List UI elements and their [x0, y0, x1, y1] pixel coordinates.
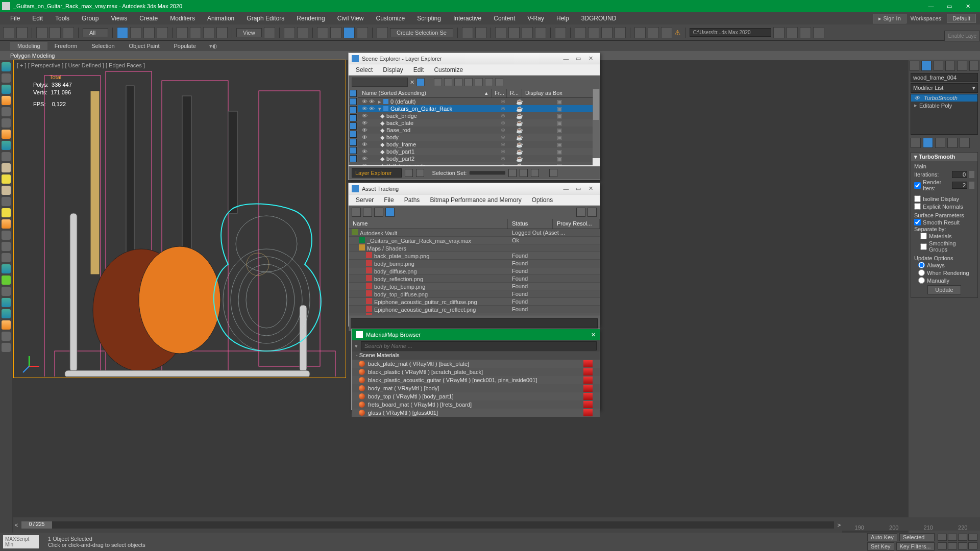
asset-row[interactable]: Autodesk VaultLogged Out (Asset ... — [349, 229, 600, 237]
mat-search-collapse-icon[interactable]: ▾ — [355, 343, 358, 349]
asset-row[interactable]: body_top_diffuse.pngFound — [349, 290, 600, 298]
update-manually-radio[interactable] — [918, 277, 925, 284]
vray-toolbar-btn-2[interactable] — [648, 27, 659, 38]
time-slider-thumb[interactable]: 0 / 225 — [21, 521, 52, 529]
asset-row[interactable]: body_diffuse.pngFound — [349, 267, 600, 275]
ribbon-tab-freeform[interactable]: Freeform — [47, 42, 85, 50]
time-slider[interactable]: < 0 / 225 > — [13, 517, 842, 533]
modifier-stack[interactable]: 👁TurboSmooth ▸Editable Poly — [911, 94, 978, 135]
ref-coord-dropdown[interactable]: View — [236, 28, 262, 37]
lt-box-icon[interactable] — [2, 73, 11, 83]
scene-filter-8[interactable] — [350, 147, 357, 154]
object-name-field[interactable]: wood_frame_004 — [911, 73, 978, 82]
placement-button[interactable] — [216, 27, 228, 38]
viewport-perspective[interactable]: [ + ] [ Perspective ] [ User Defined ] [… — [13, 60, 346, 378]
render-iters-checkbox[interactable] — [914, 182, 921, 189]
lt-window-icon[interactable] — [2, 343, 11, 352]
bind-spacewarp-button[interactable] — [63, 27, 74, 38]
scene-bottom-tb-5[interactable] — [531, 169, 539, 177]
selection-filter-dropdown[interactable]: All — [83, 28, 108, 37]
cp-utilities-tab[interactable] — [969, 61, 979, 71]
asset-tb-list[interactable] — [363, 208, 372, 217]
scene-filter-icon[interactable] — [416, 78, 425, 86]
material-row[interactable]: body_mat ( VRayMtl ) [body] — [352, 384, 600, 392]
lt-geosphere-icon[interactable] — [2, 107, 11, 116]
scene-menu-customize[interactable]: Customize — [429, 66, 468, 73]
menu-file[interactable]: File — [4, 15, 26, 22]
warning-icon[interactable]: ⚠ — [674, 29, 681, 37]
asset-header-proxy[interactable]: Proxy Resol... — [553, 219, 600, 229]
material-row[interactable]: back_plate_mat ( VRayMtl ) [back_plate] — [352, 360, 600, 368]
asset-row[interactable]: body_reflection.pngFound — [349, 275, 600, 283]
asset-header-status[interactable]: Status — [508, 219, 553, 229]
menu-scripting[interactable]: Scripting — [411, 15, 447, 22]
asset-maximize-icon[interactable]: ▭ — [572, 185, 584, 192]
asset-menu-options[interactable]: Options — [527, 196, 558, 204]
project-path-field[interactable]: C:\Users\tr...ds Max 2020 — [690, 28, 771, 37]
scene-tb-4[interactable] — [475, 78, 483, 86]
path-btn-1[interactable] — [773, 27, 785, 38]
ribbon-tab-selection[interactable]: Selection — [84, 42, 121, 50]
lt-shapemerge-icon[interactable] — [2, 264, 11, 273]
pivot-center-button[interactable] — [264, 27, 275, 38]
time-next-key-icon[interactable]: > — [836, 522, 842, 528]
nav-zoom-extents-button[interactable] — [958, 534, 967, 541]
select-object-button[interactable] — [117, 27, 128, 38]
asset-row[interactable]: body_top_bump.pngFound — [349, 283, 600, 290]
smooth-result-checkbox[interactable] — [914, 219, 921, 226]
menu-3dground[interactable]: 3DGROUND — [575, 15, 623, 22]
menu-customize[interactable]: Customize — [370, 15, 411, 22]
lt-sun-icon[interactable] — [2, 219, 11, 229]
menu-tools[interactable]: Tools — [49, 15, 76, 22]
menu-help[interactable]: Help — [550, 15, 575, 22]
scene-minimize-icon[interactable]: — — [560, 56, 572, 62]
iterations-spinner[interactable] — [969, 171, 974, 178]
nav-fov-button[interactable] — [938, 542, 947, 549]
lt-cone-icon[interactable] — [2, 85, 11, 94]
lt-stairs-icon[interactable] — [2, 320, 11, 330]
cp-create-tab[interactable] — [910, 61, 919, 71]
scene-row[interactable]: 👁◆body_frame❄☕▣ — [358, 141, 593, 148]
scene-menu-display[interactable]: Display — [378, 66, 408, 73]
asset-row[interactable]: back_plate_bump.pngFound — [349, 252, 600, 260]
ribbon-tab-populate[interactable]: Populate — [166, 42, 203, 50]
scene-explorer-combo[interactable]: Layer Explorer — [352, 168, 402, 178]
asset-tb-grid[interactable] — [385, 208, 395, 217]
asset-menu-file[interactable]: File — [379, 196, 399, 204]
lt-teapot-icon[interactable] — [2, 163, 11, 172]
stack-configure-button[interactable] — [960, 138, 970, 148]
scene-filter-1[interactable] — [350, 90, 357, 97]
scene-tb-3[interactable] — [464, 78, 473, 86]
ribbon-tab-modeling[interactable]: Modeling — [10, 42, 47, 50]
lt-pyramid-icon[interactable] — [2, 152, 11, 161]
cp-motion-tab[interactable] — [945, 61, 955, 71]
scene-row[interactable]: 👁◆body_part2❄☕▣ — [358, 155, 593, 162]
update-always-radio[interactable] — [918, 262, 925, 268]
scene-bottom-tb-4[interactable] — [520, 169, 528, 177]
select-region-button[interactable] — [143, 27, 155, 38]
nav-zoom-button[interactable] — [938, 534, 947, 541]
named-selection-dropdown[interactable]: Create Selection Se — [390, 28, 453, 37]
unlink-button[interactable] — [50, 27, 61, 38]
asset-path-input[interactable] — [351, 318, 598, 329]
material-search-input[interactable] — [361, 341, 597, 350]
scene-maximize-icon[interactable]: ▭ — [572, 55, 584, 62]
manipulate-button[interactable] — [284, 27, 295, 38]
scene-close-icon[interactable]: ✕ — [584, 55, 597, 62]
mat-section-scene[interactable]: - Scene Materials — [352, 352, 600, 360]
close-icon[interactable]: ✕ — [962, 3, 974, 10]
vray-toolbar-btn-1[interactable] — [634, 27, 646, 38]
nav-pan-button[interactable] — [948, 542, 957, 549]
nav-orbit-button[interactable] — [958, 542, 967, 549]
isoline-checkbox[interactable] — [914, 195, 921, 202]
render-iters-input[interactable] — [952, 182, 967, 189]
asset-row[interactable]: Epiphone_acoustic_guitar_rc_reflect.pngF… — [349, 306, 600, 313]
menu-animation[interactable]: Animation — [201, 15, 240, 22]
smoothing-groups-checkbox[interactable] — [920, 243, 927, 250]
open-a360-button[interactable] — [615, 27, 626, 38]
ribbon-tab-objectpaint[interactable]: Object Paint — [122, 42, 167, 50]
scene-filter-9[interactable] — [350, 155, 357, 162]
schematic-view-button[interactable] — [535, 27, 546, 38]
ribbon-sub-label[interactable]: Polygon Modeling — [4, 53, 61, 59]
select-name-button[interactable] — [130, 27, 141, 38]
